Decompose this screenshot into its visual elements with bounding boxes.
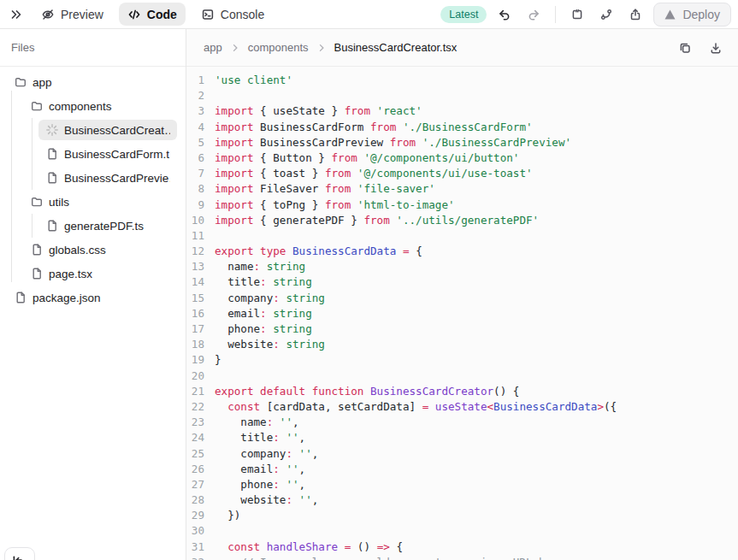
code-line-content bbox=[204, 523, 215, 539]
line-number: 15 bbox=[186, 291, 204, 306]
tree-item-businesscardform-t[interactable]: BusinessCardForm.t… bbox=[0, 142, 177, 166]
tree-item-components[interactable]: components bbox=[0, 94, 177, 118]
line-number: 16 bbox=[186, 306, 204, 321]
expand-panels-button[interactable] bbox=[5, 3, 27, 26]
code-line: 6import { Button } from '@/components/ui… bbox=[186, 150, 738, 166]
spinner-icon bbox=[45, 123, 59, 137]
copy-icon bbox=[678, 41, 692, 55]
breadcrumb: app components BusinessCardCreator.tsx bbox=[204, 41, 457, 54]
line-number: 19 bbox=[186, 352, 204, 368]
add-to-codebase-button[interactable] bbox=[566, 3, 588, 26]
line-number: 24 bbox=[186, 430, 204, 445]
collapse-sidebar-button[interactable] bbox=[4, 547, 35, 560]
line-number: 27 bbox=[186, 477, 204, 492]
tab-console[interactable]: Console bbox=[192, 3, 273, 26]
tree-item-generatepdf-ts[interactable]: generatePDF.ts bbox=[0, 214, 177, 238]
code-line: 32 // In a real app, would generate a un… bbox=[186, 555, 738, 560]
breadcrumb-components[interactable]: components bbox=[248, 41, 309, 54]
tree-item-app[interactable]: app bbox=[0, 70, 177, 94]
tab-preview-label: Preview bbox=[61, 8, 103, 21]
redo-button[interactable] bbox=[523, 3, 545, 26]
code-line: 15 company: string bbox=[186, 291, 738, 306]
tree-item-package-json[interactable]: package.json bbox=[0, 286, 177, 309]
download-file-button[interactable] bbox=[707, 39, 724, 56]
deploy-button-label: Deploy bbox=[682, 8, 720, 21]
tree-item-businesscardcreat[interactable]: BusinessCardCreat… bbox=[0, 118, 177, 142]
line-number: 23 bbox=[186, 415, 204, 430]
code-line: 22 const [cardData, setCardData] = useSt… bbox=[186, 399, 738, 415]
share-button[interactable] bbox=[624, 3, 646, 26]
line-number: 13 bbox=[186, 259, 204, 274]
line-number: 8 bbox=[186, 181, 204, 197]
line-number: 17 bbox=[186, 321, 204, 337]
toolbar-divider bbox=[555, 6, 556, 23]
folder-icon bbox=[30, 99, 44, 113]
code-line-content: import BusinessCardPreview from './Busin… bbox=[204, 135, 571, 150]
tree-item-globals-css[interactable]: globals.css bbox=[0, 238, 177, 262]
code-panel-header: app components BusinessCardCreator.tsx bbox=[186, 29, 738, 67]
line-number: 20 bbox=[186, 368, 204, 384]
code-line: 14 title: string bbox=[186, 274, 738, 290]
line-number: 9 bbox=[186, 197, 204, 213]
code-line: 20 bbox=[186, 368, 738, 384]
copy-code-button[interactable] bbox=[676, 39, 694, 56]
line-number: 1 bbox=[186, 73, 204, 88]
tab-code-label: Code bbox=[147, 8, 177, 21]
code-line: 31 const handleShare = () => { bbox=[186, 539, 738, 555]
tree-item-utils[interactable]: utils bbox=[0, 190, 177, 214]
tree-item-label: page.tsx bbox=[49, 268, 92, 280]
tab-preview[interactable]: Preview bbox=[32, 3, 112, 26]
version-badge[interactable]: Latest bbox=[440, 6, 487, 23]
folder-icon bbox=[14, 75, 27, 89]
tab-code[interactable]: Code bbox=[119, 3, 186, 26]
indent-guide bbox=[11, 91, 12, 282]
tree-item-label: BusinessCardCreat… bbox=[64, 124, 170, 137]
code-line-content: export default function BusinessCardCrea… bbox=[204, 384, 519, 399]
deploy-button[interactable]: Deploy bbox=[653, 3, 731, 27]
files-panel-header: Files bbox=[0, 29, 186, 67]
breadcrumb-app[interactable]: app bbox=[204, 41, 222, 54]
code-line-content: email: string bbox=[204, 306, 312, 321]
file-icon bbox=[45, 171, 59, 185]
file-icon bbox=[30, 243, 44, 256]
line-number: 29 bbox=[186, 508, 204, 523]
code-line-content: website: '', bbox=[204, 492, 318, 508]
tree-item-label: globals.css bbox=[49, 244, 106, 256]
undo-button[interactable] bbox=[493, 3, 516, 26]
tree-item-businesscardprevie[interactable]: BusinessCardPrevie… bbox=[0, 166, 177, 190]
fork-button[interactable] bbox=[595, 3, 617, 26]
git-fork-icon bbox=[599, 8, 613, 21]
code-line: 27 phone: '', bbox=[186, 477, 738, 492]
code-line-content: import { generatePDF } from '../utils/ge… bbox=[204, 213, 539, 228]
line-number: 26 bbox=[186, 462, 204, 477]
line-number: 12 bbox=[186, 244, 204, 259]
code-line-content: phone: string bbox=[204, 321, 312, 337]
code-line: 16 email: string bbox=[186, 306, 738, 321]
share-upload-icon bbox=[629, 8, 642, 21]
code-line: 28 website: '', bbox=[186, 492, 738, 508]
code-line: 4import BusinessCardForm from './Busines… bbox=[186, 120, 738, 135]
code-line-content: import FileSaver from 'file-saver' bbox=[204, 181, 435, 197]
code-line-content bbox=[204, 228, 215, 244]
file-icon bbox=[30, 267, 44, 280]
code-line: 21export default function BusinessCardCr… bbox=[186, 384, 738, 399]
code-editor[interactable]: 1'use client'23import { useState } from … bbox=[186, 67, 738, 560]
code-icon bbox=[127, 8, 141, 21]
chevrons-right-icon bbox=[9, 8, 23, 21]
download-icon bbox=[709, 41, 723, 55]
code-line-content: company: string bbox=[204, 291, 325, 306]
code-line-content: import BusinessCardForm from './Business… bbox=[204, 120, 533, 135]
code-line: 25 company: '', bbox=[186, 446, 738, 462]
collapse-sidebar-icon bbox=[10, 553, 24, 560]
terminal-icon bbox=[201, 8, 215, 21]
code-line: 8import FileSaver from 'file-saver' bbox=[186, 181, 738, 197]
line-number: 3 bbox=[186, 103, 204, 119]
tree-item-page-tsx[interactable]: page.tsx bbox=[0, 262, 177, 286]
tree-item-label: app bbox=[32, 76, 52, 89]
view-tabs: Preview Code Console bbox=[32, 3, 273, 26]
line-number: 30 bbox=[186, 523, 204, 539]
line-number: 4 bbox=[186, 120, 204, 135]
line-number: 18 bbox=[186, 337, 204, 352]
line-number: 31 bbox=[186, 539, 204, 555]
tree-item-label: components bbox=[49, 100, 112, 113]
